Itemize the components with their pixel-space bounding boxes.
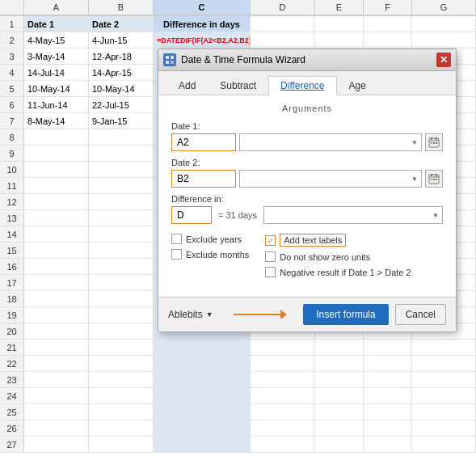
row-number: 4 — [0, 65, 24, 80]
cell-4a[interactable]: 14-Jul-14 — [24, 65, 89, 80]
checkboxes-section: Exclude years Exclude months Add text la… — [171, 234, 443, 277]
col-header-a[interactable]: A — [24, 0, 89, 15]
cell-2c[interactable]: =DATEDIF(IF(A2<B2,A2,B2),IF(A2>B2,A2,B2)… — [154, 32, 251, 48]
cell-2e[interactable] — [315, 32, 364, 48]
row-number: 24 — [0, 388, 24, 403]
close-button[interactable]: ✕ — [436, 53, 451, 67]
cell-4b[interactable]: 14-Apr-15 — [89, 65, 154, 80]
row-number: 1 — [0, 16, 24, 32]
cell-6a[interactable]: 11-Jun-14 — [24, 97, 89, 112]
table-row: 25 — [0, 404, 476, 420]
col-header-d[interactable]: D — [251, 0, 315, 15]
cell-2d[interactable] — [251, 32, 315, 48]
arrow-container — [234, 314, 282, 315]
svg-rect-1 — [171, 56, 174, 59]
add-text-labels-label: Add text labels — [280, 234, 346, 247]
table-row: 2 4-May-15 4-Jun-15 =DATEDIF(IF(A2<B2,A2… — [0, 32, 476, 49]
cell-1f[interactable] — [364, 16, 412, 32]
svg-rect-6 — [436, 137, 437, 140]
cell-2b[interactable]: 4-Jun-15 — [89, 32, 154, 48]
row-number: 18 — [0, 291, 24, 306]
dialog-footer: Ablebits ▼ Insert formula Cancel — [158, 297, 456, 331]
no-zero-units-label: Do not show zero units — [280, 252, 370, 262]
cell-1a[interactable]: Date 1 — [24, 16, 89, 32]
negative-result-checkbox[interactable] — [265, 267, 276, 277]
table-row: 23 — [0, 372, 476, 388]
row-number: 15 — [0, 243, 24, 258]
cell-1e[interactable] — [315, 16, 364, 32]
tab-difference[interactable]: Difference — [268, 76, 336, 95]
row-number: 6 — [0, 97, 24, 112]
col-header-g[interactable]: G — [412, 0, 476, 15]
arrow-icon — [234, 314, 282, 315]
cell-2f[interactable] — [364, 32, 412, 48]
cell-2g[interactable] — [412, 32, 476, 48]
insert-formula-button[interactable]: Insert formula — [303, 304, 388, 325]
row-number: 20 — [0, 323, 24, 339]
row-number: 19 — [0, 307, 24, 323]
table-row: 24 — [0, 388, 476, 404]
table-row: 27 — [0, 437, 476, 453]
row-number: 14 — [0, 226, 24, 242]
difference-result: = 31 days — [215, 210, 260, 220]
dialog-titlebar: Date & Time Formula Wizard ✕ — [158, 49, 456, 71]
row-number: 23 — [0, 372, 24, 387]
col-header-e[interactable]: E — [315, 0, 364, 15]
cell-3a[interactable]: 3-May-14 — [24, 49, 89, 64]
row-number: 10 — [0, 162, 24, 177]
date1-row: ▼ — [171, 133, 443, 151]
add-text-labels-checkbox[interactable] — [265, 235, 276, 246]
svg-rect-5 — [431, 137, 432, 140]
negative-result-row: Negative result if Date 1 > Date 2 — [265, 267, 411, 277]
date2-label: Date 2: — [171, 158, 443, 167]
date2-row: ▼ — [171, 170, 443, 188]
difference-label: Difference in: — [171, 194, 443, 204]
tab-age[interactable]: Age — [337, 76, 378, 95]
cell-1c[interactable]: Difference in days — [154, 16, 251, 32]
date1-input[interactable] — [171, 133, 236, 151]
cell-1b[interactable]: Date 2 — [89, 16, 154, 32]
date2-picker-btn[interactable] — [425, 170, 443, 188]
row-number: 26 — [0, 420, 24, 436]
cancel-button[interactable]: Cancel — [395, 304, 446, 325]
cell-7a[interactable]: 8-May-14 — [24, 113, 89, 129]
cell-2a[interactable]: 4-May-15 — [24, 32, 89, 48]
table-row: 22 — [0, 356, 476, 372]
cell-1g[interactable] — [412, 16, 476, 32]
exclude-years-checkbox[interactable] — [171, 234, 182, 244]
row-number: 11 — [0, 178, 24, 193]
cell-6b[interactable]: 22-Jul-15 — [89, 97, 154, 112]
tab-subtract[interactable]: Subtract — [208, 76, 268, 95]
arguments-label: Arguments — [171, 103, 443, 113]
difference-dropdown[interactable]: ▼ — [263, 206, 443, 224]
difference-row: = 31 days ▼ — [171, 206, 443, 224]
exclude-months-checkbox[interactable] — [171, 249, 182, 260]
row-number: 2 — [0, 32, 24, 48]
date2-input[interactable] — [171, 170, 236, 188]
cell-3b[interactable]: 12-Apr-18 — [89, 49, 154, 64]
date1-group: Date 1: ▼ — [171, 121, 443, 151]
date1-label: Date 1: — [171, 121, 443, 131]
cell-1d[interactable] — [251, 16, 315, 32]
row-number: 5 — [0, 81, 24, 96]
col-header-f[interactable]: F — [364, 0, 412, 15]
cell-5a[interactable]: 10-May-14 — [24, 81, 89, 96]
col-header-b[interactable]: B — [89, 0, 154, 15]
cell-5b[interactable]: 10-May-14 — [89, 81, 154, 96]
dialog-title-left: Date & Time Formula Wizard — [163, 53, 305, 66]
svg-rect-10 — [436, 142, 437, 144]
tab-add[interactable]: Add — [166, 76, 208, 95]
date1-picker-btn[interactable] — [425, 133, 443, 151]
date1-dropdown[interactable]: ▼ — [239, 133, 422, 151]
exclude-years-row: Exclude years — [171, 234, 249, 244]
difference-input[interactable] — [171, 206, 212, 224]
chevron-down-icon: ▼ — [411, 139, 418, 146]
col-header-c[interactable]: C — [154, 0, 251, 15]
svg-rect-2 — [166, 61, 169, 64]
cell-7b[interactable]: 9-Jan-15 — [89, 113, 154, 129]
date2-dropdown[interactable]: ▼ — [239, 170, 422, 188]
negative-result-label: Negative result if Date 1 > Date 2 — [280, 268, 411, 277]
no-zero-units-checkbox[interactable] — [265, 251, 276, 262]
no-zero-units-row: Do not show zero units — [265, 251, 411, 262]
row-number: 22 — [0, 356, 24, 371]
